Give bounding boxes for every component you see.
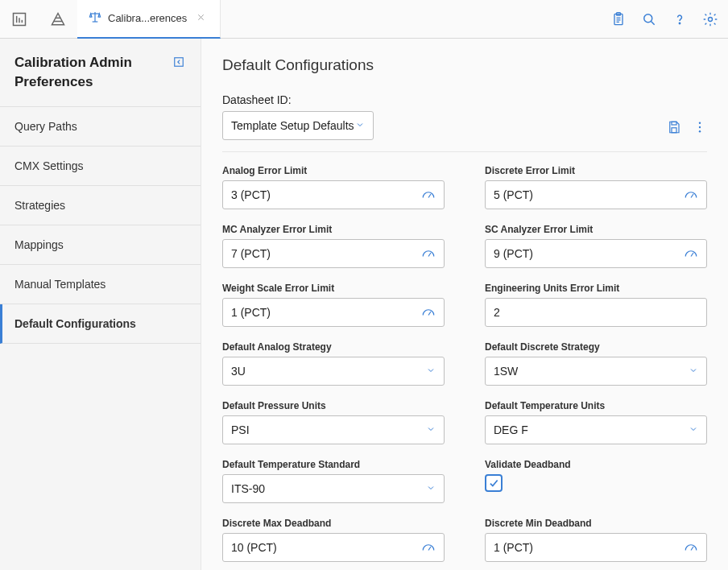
- chevron-down-icon: [689, 424, 698, 436]
- discrete-min-deadband-input[interactable]: 1 (PCT): [485, 533, 707, 562]
- gauge-icon: [684, 247, 698, 261]
- field-discrete-error-limit: Discrete Error Limit 5 (PCT): [485, 165, 707, 209]
- field-label: Default Analog Strategy: [222, 341, 445, 353]
- close-icon[interactable]: [193, 10, 209, 27]
- sc-analyzer-error-limit-input[interactable]: 9 (PCT): [485, 239, 707, 268]
- field-label: Discrete Min Deadband: [485, 518, 707, 529]
- help-icon[interactable]: [665, 0, 694, 39]
- clipboard-icon[interactable]: [604, 0, 633, 39]
- field-validate-deadband: Validate Deadband: [485, 459, 707, 503]
- chevron-down-icon: [426, 483, 436, 495]
- datasheet-row: Datasheet ID: Template Setup Defaults: [222, 93, 707, 152]
- svg-line-32: [691, 547, 693, 551]
- chevron-down-icon: [426, 424, 436, 436]
- discrete-error-limit-input[interactable]: 5 (PCT): [485, 180, 707, 209]
- tab-label: Calibra...erences: [108, 12, 187, 24]
- field-engineering-units-error-limit: Engineering Units Error Limit 2: [485, 283, 707, 327]
- svg-point-24: [699, 126, 701, 128]
- field-label: Validate Deadband: [485, 459, 707, 470]
- field-default-pressure-units: Default Pressure Units PSI: [222, 400, 445, 444]
- chevron-down-icon: [689, 366, 698, 378]
- weight-scale-error-limit-input[interactable]: 1 (PCT): [222, 298, 445, 327]
- sidebar-item-strategies[interactable]: Strategies: [0, 186, 201, 225]
- content-pane: Default Configurations Datasheet ID: Tem…: [201, 39, 728, 570]
- field-label: Analog Error Limit: [222, 165, 445, 176]
- form-grid: Analog Error Limit 3 (PCT) Discrete Erro…: [222, 165, 707, 562]
- field-label: Discrete Error Limit: [485, 165, 707, 176]
- sidebar-item-manual-templates[interactable]: Manual Templates: [0, 265, 201, 304]
- svg-line-17: [651, 21, 655, 24]
- default-pressure-units-select[interactable]: PSI: [222, 415, 445, 444]
- validate-deadband-checkbox[interactable]: [485, 474, 503, 492]
- field-label: SC Analyzer Error Limit: [485, 224, 707, 235]
- svg-point-25: [699, 130, 701, 132]
- field-mc-analyzer-error-limit: MC Analyzer Error Limit 7 (PCT): [222, 224, 445, 268]
- gauge-icon: [684, 541, 698, 555]
- save-icon[interactable]: [667, 120, 681, 137]
- page-title: Default Configurations: [222, 56, 707, 74]
- analog-error-limit-input[interactable]: 3 (PCT): [222, 180, 445, 209]
- sidebar-item-mappings[interactable]: Mappings: [0, 225, 201, 265]
- field-discrete-min-deadband: Discrete Min Deadband 1 (PCT): [485, 518, 707, 562]
- field-default-temperature-units: Default Temperature Units DEG F: [485, 400, 707, 444]
- field-label: Engineering Units Error Limit: [485, 283, 707, 294]
- sidebar-item-query-paths[interactable]: Query Paths: [0, 107, 201, 147]
- collapse-icon[interactable]: [172, 55, 186, 72]
- datasheet-select-value: Template Setup Defaults: [231, 119, 354, 132]
- field-sc-analyzer-error-limit: SC Analyzer Error Limit 9 (PCT): [485, 224, 707, 268]
- gauge-icon: [421, 188, 436, 202]
- engineering-units-error-limit-input[interactable]: 2: [485, 298, 707, 327]
- default-temperature-units-select[interactable]: DEG F: [485, 415, 707, 444]
- mc-analyzer-error-limit-input[interactable]: 7 (PCT): [222, 239, 445, 268]
- sidebar-item-default-configurations[interactable]: Default Configurations: [0, 304, 201, 344]
- page-actions: [667, 120, 707, 140]
- svg-line-26: [428, 194, 431, 198]
- scale-icon: [89, 10, 101, 26]
- svg-line-29: [691, 253, 693, 257]
- datasheet-select[interactable]: Template Setup Defaults: [222, 111, 374, 140]
- sidebar-nav: Query Paths CMX Settings Strategies Mapp…: [0, 106, 201, 344]
- svg-point-16: [644, 14, 652, 22]
- sidebar-title: Calibration Admin Preferences: [14, 53, 172, 92]
- default-discrete-strategy-select[interactable]: 1SW: [485, 357, 707, 386]
- tab-calibration-preferences[interactable]: Calibra...erences: [77, 0, 221, 39]
- field-label: Default Temperature Standard: [222, 459, 445, 470]
- field-label: Weight Scale Error Limit: [222, 283, 445, 294]
- gauge-icon: [684, 188, 698, 202]
- chevron-down-icon: [355, 120, 365, 132]
- field-default-discrete-strategy: Default Discrete Strategy 1SW: [485, 341, 707, 386]
- top-toolbar: Calibra...erences: [0, 0, 728, 39]
- dashboard-icon[interactable]: [0, 0, 39, 39]
- svg-line-28: [428, 253, 431, 257]
- chevron-down-icon: [426, 366, 436, 378]
- field-default-temperature-standard: Default Temperature Standard ITS-90: [222, 459, 445, 503]
- kebab-menu-icon[interactable]: [693, 120, 707, 137]
- tab-area: Calibra...erences: [77, 0, 221, 39]
- field-discrete-max-deadband: Discrete Max Deadband 10 (PCT): [222, 518, 445, 562]
- datasheet-label: Datasheet ID:: [222, 93, 374, 106]
- field-label: Default Discrete Strategy: [485, 341, 707, 353]
- svg-point-18: [679, 23, 680, 23]
- sidebar: Calibration Admin Preferences Query Path…: [0, 39, 201, 570]
- gauge-icon: [421, 541, 436, 555]
- gauge-icon: [421, 306, 436, 320]
- gear-icon[interactable]: [696, 0, 725, 39]
- sidebar-item-cmx-settings[interactable]: CMX Settings: [0, 147, 201, 186]
- svg-line-27: [691, 194, 693, 198]
- svg-rect-21: [672, 122, 676, 125]
- pyramid-icon[interactable]: [39, 0, 77, 39]
- field-label: MC Analyzer Error Limit: [222, 224, 445, 235]
- field-analog-error-limit: Analog Error Limit 3 (PCT): [222, 165, 445, 209]
- toolbar-right: [604, 0, 728, 39]
- discrete-max-deadband-input[interactable]: 10 (PCT): [222, 533, 445, 562]
- field-label: Discrete Max Deadband: [222, 518, 445, 529]
- svg-line-31: [428, 547, 431, 551]
- default-analog-strategy-select[interactable]: 3U: [222, 357, 445, 386]
- sidebar-header: Calibration Admin Preferences: [0, 39, 201, 106]
- default-temperature-standard-select[interactable]: ITS-90: [222, 474, 445, 503]
- search-icon[interactable]: [635, 0, 664, 39]
- field-weight-scale-error-limit: Weight Scale Error Limit 1 (PCT): [222, 283, 445, 327]
- svg-point-19: [709, 17, 713, 21]
- svg-point-23: [699, 122, 701, 124]
- svg-line-30: [428, 312, 431, 316]
